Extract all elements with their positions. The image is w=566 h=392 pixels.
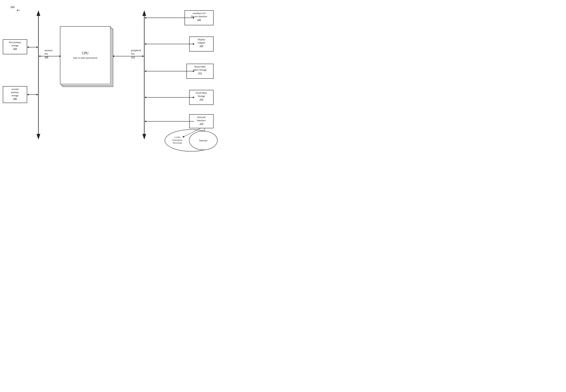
svg-marker-23 xyxy=(145,17,146,19)
memory-bus-label: memorybus208 xyxy=(45,49,53,59)
fps-text: first primarystorage204 xyxy=(9,41,21,50)
network-text: NetworkInterface224 xyxy=(197,116,206,125)
svg-marker-26 xyxy=(145,43,146,45)
svg-text:Internet: Internet xyxy=(199,139,207,142)
svg-marker-32 xyxy=(145,97,146,98)
fixed-mass-storage-box: Fixed MassStorage216 xyxy=(189,90,213,105)
svg-marker-35 xyxy=(145,120,146,122)
svg-marker-14 xyxy=(27,94,29,96)
second-primary-storage-box: secondprimarystorage206 xyxy=(3,86,27,103)
first-primary-storage-box: first primarystorage204 xyxy=(3,39,27,54)
display-text: DisplayAdapter220 xyxy=(198,38,205,47)
svg-text:Networks: Networks xyxy=(173,141,182,144)
network-ellipses: LANs Enterprise Networks Internet xyxy=(164,128,222,153)
system-diagram: 200 ↙ first primarystorage204 secondprim… xyxy=(0,0,225,155)
svg-marker-11 xyxy=(27,46,29,48)
cpu-sub-label: (one or more processors) xyxy=(73,56,98,59)
svg-text:Enterprise: Enterprise xyxy=(172,139,183,141)
svg-marker-12 xyxy=(37,46,38,48)
sps-text: secondprimarystorage206 xyxy=(11,88,19,100)
network-interface-box: NetworkInterface224 xyxy=(189,114,213,128)
svg-marker-9 xyxy=(142,134,146,140)
svg-text:LANs: LANs xyxy=(174,136,180,139)
removable-text: RemovableMass Storage212 xyxy=(193,65,206,74)
svg-marker-17 xyxy=(39,55,40,57)
svg-marker-8 xyxy=(142,10,146,16)
fixed-text: Fixed MassStorage216 xyxy=(196,91,207,100)
ref-200-arrow: ↙ xyxy=(16,8,21,13)
svg-marker-21 xyxy=(142,55,144,57)
svg-marker-5 xyxy=(37,10,40,16)
svg-marker-29 xyxy=(145,70,146,72)
svg-marker-6 xyxy=(37,134,40,140)
ref-200-label: 200 xyxy=(10,6,14,9)
removable-mass-storage-box: RemovableMass Storage212 xyxy=(186,64,213,79)
aux-io-device-box: Auxiliary I/ODevice Interface226 xyxy=(184,10,213,25)
peripheral-bus-label: peripheralbus214 xyxy=(131,49,141,59)
aux-text: Auxiliary I/ODevice Interface226 xyxy=(191,12,207,21)
cpu-main-label: CPU xyxy=(82,51,88,55)
cpu-label: CPU (one or more processors) xyxy=(60,26,111,84)
svg-marker-15 xyxy=(37,94,38,96)
display-adapter-box: DisplayAdapter220 xyxy=(189,37,213,52)
